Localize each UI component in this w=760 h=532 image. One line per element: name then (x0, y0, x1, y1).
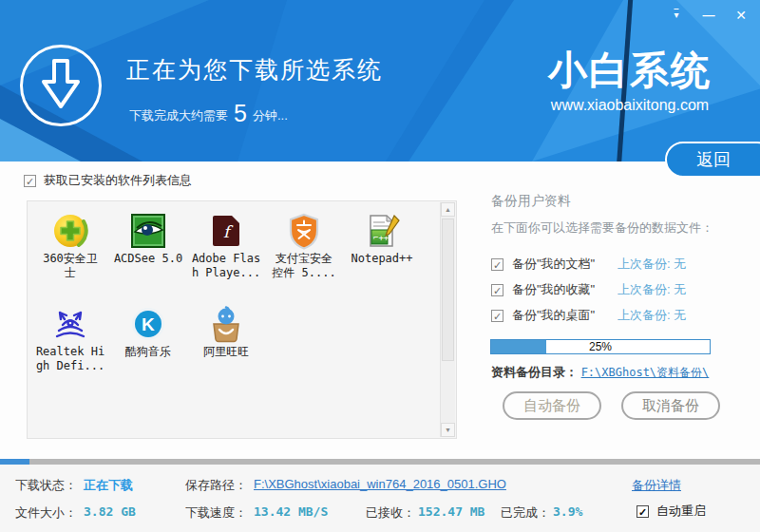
subtitle-minutes: 5 (228, 100, 253, 126)
svg-text:K: K (142, 314, 155, 334)
software-list-scrollbar[interactable]: ▲ ▼ (440, 202, 455, 437)
software-item-label: 阿里旺旺 (187, 345, 265, 359)
360-safety-icon (51, 212, 89, 250)
software-item-label: ACDSee 5.0 (109, 252, 187, 266)
scrollbar-thumb[interactable] (442, 218, 454, 361)
backup-directory-label: 资料备份目录： (491, 365, 578, 379)
received-label: 已接收： (366, 504, 415, 522)
kugou-music-icon: K (129, 305, 167, 343)
subtitle-prefix: 下载完成大约需要 (129, 108, 228, 123)
download-status-label: 下载状态： (15, 477, 77, 494)
scroll-down-icon[interactable]: ▼ (441, 423, 455, 437)
software-item-label: Realtek Hi gh Defi... (31, 345, 109, 373)
last-backup-link[interactable]: 上次备份: 无 (618, 281, 686, 298)
software-item-kugou[interactable]: K 酷狗音乐 (109, 301, 187, 394)
acdsee-eye-icon (129, 212, 167, 250)
installed-software-panel: 360安全卫 士 ACDSee 5.0 (27, 200, 457, 439)
header: ▾ — ✕ 正在为您下载所选系统 下载完成大约需要5分钟... 小白系统 www… (0, 0, 760, 162)
backup-directory-link[interactable]: F:\XBGhost\资料备份\ (581, 366, 710, 379)
download-speed-label: 下载速度： (185, 504, 247, 522)
get-software-list-label: 获取已安装的软件列表信息 (44, 172, 192, 189)
page-subtitle: 下载完成大约需要5分钟... (129, 98, 288, 125)
backup-panel-description: 在下面你可以选择需要备份的数据文件： (491, 219, 713, 237)
brand-website: www.xiaobaixitong.com (530, 97, 730, 114)
backup-directory-row: 资料备份目录： F:\XBGhost\资料备份\ (491, 364, 709, 381)
backup-row-desktop[interactable]: ✓ 备份"我的桌面" 上次备份: 无 (491, 307, 686, 324)
cancel-backup-button[interactable]: 取消备份 (621, 391, 720, 420)
back-button[interactable]: 返回 (665, 142, 760, 178)
software-item-notepad[interactable]: ⌐++ Notepad++ (343, 208, 421, 301)
download-circle-icon (20, 45, 102, 126)
subtitle-suffix: 分钟... (253, 108, 288, 123)
aliwangwang-icon (207, 305, 245, 343)
scroll-up-icon[interactable]: ▲ (441, 202, 455, 217)
software-item-alipay[interactable]: 支付宝安全 控件 5.... (265, 208, 343, 301)
save-path-link[interactable]: F:\XBGhost\xiaobai_win764_2016_0501.GHO (254, 477, 506, 491)
get-software-list-row[interactable]: ✓ 获取已安装的软件列表信息 (24, 172, 192, 189)
status-bar: 下载状态： 正在下载 保存路径： F:\XBGhost\xiaobai_win7… (0, 465, 760, 532)
page-title: 正在为您下载所选系统 (126, 54, 383, 86)
software-item-label: Adobe Flas h Playe... (187, 252, 265, 280)
alipay-shield-icon (285, 212, 323, 250)
auto-restart-label: 自动重启 (656, 503, 706, 520)
software-item-label: Notepad++ (343, 252, 421, 266)
file-size-value: 3.82 GB (84, 504, 136, 519)
backup-details-link[interactable]: 备份详情 (632, 477, 681, 494)
backup-row-favorites[interactable]: ✓ 备份"我的收藏" 上次备份: 无 (491, 281, 686, 298)
backup-desktop-checkbox[interactable]: ✓ (491, 310, 504, 322)
software-grid: 360安全卫 士 ACDSee 5.0 (31, 208, 421, 394)
app-window: ▾ — ✕ 正在为您下载所选系统 下载完成大约需要5分钟... 小白系统 www… (0, 0, 760, 532)
backup-row-label: 备份"我的文档" (512, 256, 609, 273)
software-item-360[interactable]: 360安全卫 士 (31, 208, 109, 301)
notepad-plus-icon: ⌐++ (363, 212, 401, 250)
backup-panel-title: 备份用户资料 (491, 193, 571, 210)
realtek-crab-icon (51, 305, 89, 343)
minimize-icon[interactable]: — (699, 7, 718, 24)
completed-value: 3.9% (553, 504, 582, 519)
backup-progress-text: 25% (491, 340, 710, 353)
brand-logo: 小白系统 www.xiaobaixitong.com (530, 46, 730, 114)
backup-row-label: 备份"我的收藏" (512, 281, 609, 298)
auto-restart-row[interactable]: ✓ 自动重启 (636, 503, 706, 520)
window-controls: ▾ — ✕ (667, 7, 750, 24)
auto-restart-checkbox[interactable]: ✓ (636, 505, 649, 518)
auto-backup-button[interactable]: 自动备份 (503, 391, 601, 420)
backup-progress-bar: 25% (490, 339, 711, 354)
backup-favorites-checkbox[interactable]: ✓ (491, 284, 504, 296)
software-item-flash[interactable]: f Adobe Flas h Playe... (187, 208, 265, 301)
received-value: 152.47 MB (418, 504, 484, 519)
last-backup-link[interactable]: 上次备份: 无 (618, 307, 686, 324)
get-software-list-checkbox[interactable]: ✓ (24, 175, 36, 187)
close-icon[interactable]: ✕ (732, 7, 750, 24)
backup-documents-checkbox[interactable]: ✓ (491, 258, 504, 271)
software-item-label: 酷狗音乐 (109, 345, 187, 359)
flash-player-icon: f (207, 212, 245, 250)
software-item-acdsee[interactable]: ACDSee 5.0 (109, 208, 187, 301)
software-item-aliwangwang[interactable]: 阿里旺旺 (187, 301, 265, 394)
menu-dropdown-icon[interactable]: ▾ (667, 7, 686, 24)
backup-row-label: 备份"我的桌面" (512, 307, 609, 324)
software-item-label: 支付宝安全 控件 5.... (265, 252, 343, 280)
last-backup-link[interactable]: 上次备份: 无 (618, 256, 686, 273)
download-status-value: 正在下载 (84, 477, 133, 494)
software-item-realtek[interactable]: Realtek Hi gh Defi... (31, 301, 109, 394)
brand-logo-text: 小白系统 (530, 46, 730, 95)
completed-label: 已完成： (501, 504, 550, 522)
save-path-label: 保存路径： (185, 477, 247, 494)
backup-row-documents[interactable]: ✓ 备份"我的文档" 上次备份: 无 (491, 256, 686, 273)
download-speed-value: 13.42 MB/S (254, 504, 328, 519)
file-size-label: 文件大小： (15, 504, 77, 522)
software-item-label: 360安全卫 士 (31, 252, 109, 280)
